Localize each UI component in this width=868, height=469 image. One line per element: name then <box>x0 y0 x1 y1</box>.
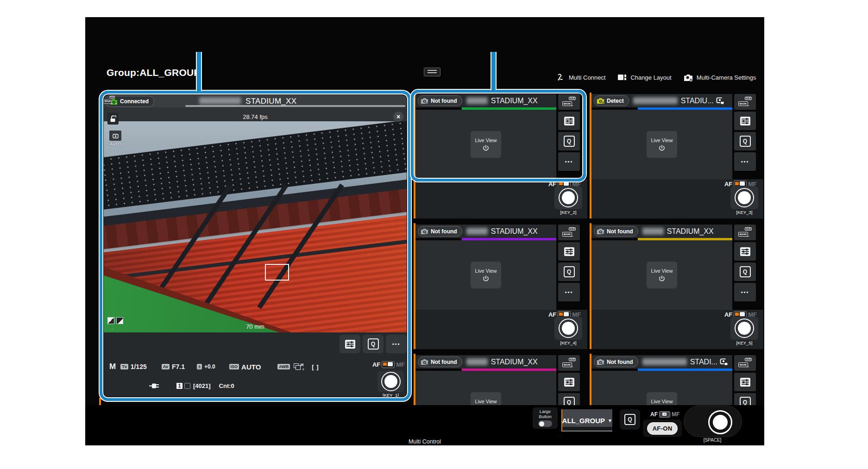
settings-sliders-button[interactable] <box>734 373 756 391</box>
shutter-key-button[interactable] <box>559 188 578 207</box>
quick-menu-button[interactable]: Q <box>620 409 640 430</box>
camera-status-row: 1 [4021] Cnt:0 <box>149 382 234 389</box>
more-options-button[interactable]: ••• <box>386 335 407 353</box>
settings-sliders-button[interactable] <box>558 242 580 261</box>
ip-address-redacted <box>642 358 687 365</box>
sliders-icon <box>740 116 751 126</box>
power-plug-icon <box>149 383 161 389</box>
main-sub-swap-icon: MAIN SUB ← <box>738 358 752 369</box>
live-view-area: Live View <box>415 240 556 310</box>
camera-index-badge: 1 <box>176 383 182 389</box>
group-select-dropdown[interactable]: ALL_GROUP ▼ <box>561 409 612 431</box>
quick-menu-button[interactable]: Q <box>558 132 580 150</box>
ip-address-redacted <box>466 97 488 104</box>
live-view-button[interactable]: Live View <box>471 262 501 288</box>
af-mf-toggle[interactable]: AF MF <box>372 361 405 368</box>
settings-sliders-button[interactable] <box>734 242 756 261</box>
drawer-handle[interactable] <box>424 68 440 76</box>
camera-tile: ? + Not found STADIUM_XX Live <box>590 223 763 349</box>
shutter-key-button[interactable] <box>735 188 754 207</box>
shutter-key-button[interactable] <box>381 372 401 391</box>
tile-icon-column: MAIN SUB ← Q ••• <box>558 94 580 171</box>
aperture-value[interactable]: F7.1 <box>172 363 185 370</box>
shooting-mode[interactable]: M <box>109 362 116 371</box>
camera-name: STADIUM_XX <box>245 97 296 106</box>
settings-sliders-button[interactable] <box>558 112 580 130</box>
close-button[interactable]: × <box>393 112 403 122</box>
awb-badge[interactable]: AWB <box>277 364 290 370</box>
key-area: [KEY_3] <box>730 186 758 215</box>
iso-badge: ISO <box>229 364 239 370</box>
shutter-button[interactable] <box>708 410 732 434</box>
af-on-button[interactable]: AF-ON <box>647 422 678 435</box>
live-view-button[interactable]: Live View <box>647 262 677 288</box>
more-options-button[interactable]: ••• <box>558 283 580 301</box>
more-options-button[interactable]: ••• <box>734 283 756 301</box>
fps-readout: 28.74 fps <box>104 113 407 120</box>
key-area: [KEY_1] <box>377 371 404 397</box>
multi-connect-button[interactable]: Multi Connect <box>557 74 605 81</box>
main-sub-switch-button[interactable]: MAIN SUB ← <box>558 94 580 110</box>
large-button-toggle[interactable]: Large Button <box>533 407 558 429</box>
panel-header: Connected STADIUM_XX MAIN SUB ← <box>104 95 407 107</box>
camera-notfound-icon: ? <box>421 97 428 104</box>
quick-menu-button[interactable]: Q <box>734 393 756 405</box>
sliders-icon <box>345 339 356 349</box>
shutter-key-button[interactable] <box>559 319 578 338</box>
more-options-button[interactable]: ••• <box>558 152 580 171</box>
live-view-button[interactable]: Live View <box>647 392 677 405</box>
more-options-button[interactable]: ••• <box>734 152 756 171</box>
status-badge: ? + Not found <box>594 226 638 237</box>
exposure-comp-value[interactable]: +0.0 <box>204 363 215 370</box>
main-sub-switch-button[interactable]: MAIN SUB ← <box>558 225 580 240</box>
live-view-button[interactable]: Live View <box>647 131 677 158</box>
quick-menu-button[interactable]: Q <box>558 263 580 281</box>
multi-camera-settings-button[interactable]: Multi-Camera Settings <box>684 74 756 81</box>
main-sub-indicator-icon[interactable]: MAIN SUB ← <box>104 96 115 105</box>
af-mf-toggle[interactable]: AF MF <box>650 411 679 418</box>
live-view-button[interactable]: Live View <box>471 392 501 405</box>
quick-menu-button[interactable]: Q <box>734 263 756 281</box>
live-view-label: Live View <box>475 268 497 274</box>
main-sub-switch-button[interactable]: MAIN SUB ← <box>734 94 756 110</box>
main-sub-swap-icon: MAIN SUB ← <box>738 227 752 238</box>
status-label: Not found <box>431 98 457 104</box>
live-view-label: Live View <box>651 268 673 274</box>
q-icon: Q <box>564 136 575 147</box>
settings-sliders-button[interactable] <box>558 373 580 391</box>
live-view-video: AUTO → 70 mm <box>104 121 407 332</box>
camera-tile: ? + Not found STADIUM_XX Live <box>414 354 587 405</box>
af-mf-switch-icon <box>659 411 670 418</box>
unlock-icon[interactable] <box>107 113 119 125</box>
shutter-speed[interactable]: 1/125 <box>131 363 147 370</box>
quick-menu-button[interactable]: Q <box>558 393 580 405</box>
power-icon <box>658 275 666 282</box>
settings-sliders-button[interactable] <box>734 112 756 130</box>
drive-mode-icon[interactable]: H + <box>294 363 304 371</box>
shutter-button-area <box>684 406 742 437</box>
camera-name: STADIU... <box>681 97 714 105</box>
status-badge: ? + Not found <box>418 356 462 367</box>
q-icon: Q <box>368 338 379 350</box>
quick-menu-button[interactable]: Q <box>363 335 384 353</box>
tile-header: ? + Not found STADIUM_XX <box>415 355 556 369</box>
ip-address-redacted <box>466 358 488 365</box>
iso-value[interactable]: AUTO <box>241 363 261 371</box>
q-icon: Q <box>564 266 575 277</box>
af-area-icon[interactable]: [ ] <box>312 363 319 370</box>
live-view-label: Live View <box>651 399 673 404</box>
exposure-settings-row: M Tv 1/125 Av F7.1 ± +0.0 ISO AUTO AWB H… <box>109 362 319 371</box>
main-sub-switch-button[interactable]: MAIN SUB ← <box>734 225 756 240</box>
settings-sliders-button[interactable] <box>340 335 360 353</box>
change-layout-button[interactable]: Change Layout <box>617 74 671 81</box>
main-sub-switch-button[interactable]: MAIN SUB ← <box>734 355 756 371</box>
shutter-key-button[interactable] <box>735 319 754 338</box>
main-sub-switch-button[interactable]: MAIN SUB ← <box>558 355 580 371</box>
checkbox[interactable] <box>184 383 190 389</box>
quick-menu-button[interactable]: Q <box>734 132 756 150</box>
live-view-label: Live View <box>651 138 673 143</box>
af-frame-overlay <box>265 264 289 281</box>
live-view-button[interactable]: Live View <box>471 131 501 158</box>
key-area: [KEY_5] <box>730 317 758 345</box>
video-toolbar: 28.74 fps <box>104 107 407 121</box>
